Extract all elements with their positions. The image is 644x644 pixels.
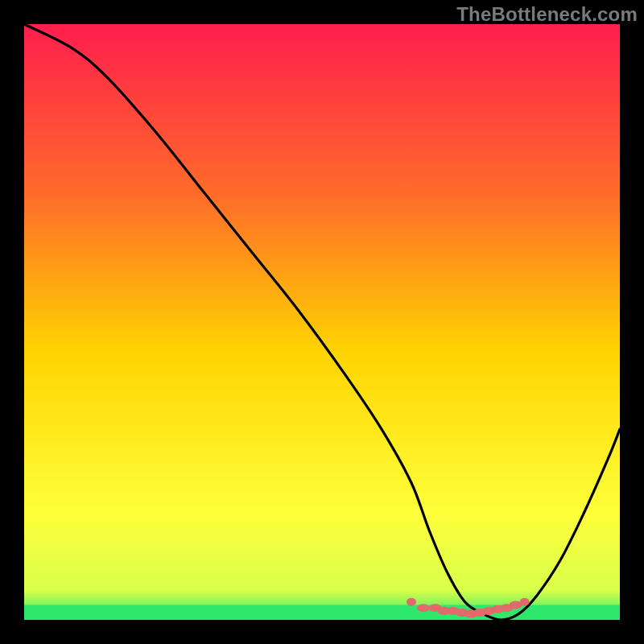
bottleneck-chart — [0, 0, 644, 644]
chart-container: TheBottleneck.com — [0, 0, 644, 644]
ideal-band — [24, 605, 620, 621]
ideal-dot — [417, 604, 430, 612]
plot-background — [24, 24, 620, 620]
ideal-dot — [407, 598, 416, 606]
watermark-text: TheBottleneck.com — [456, 3, 638, 26]
ideal-dot — [520, 598, 530, 606]
